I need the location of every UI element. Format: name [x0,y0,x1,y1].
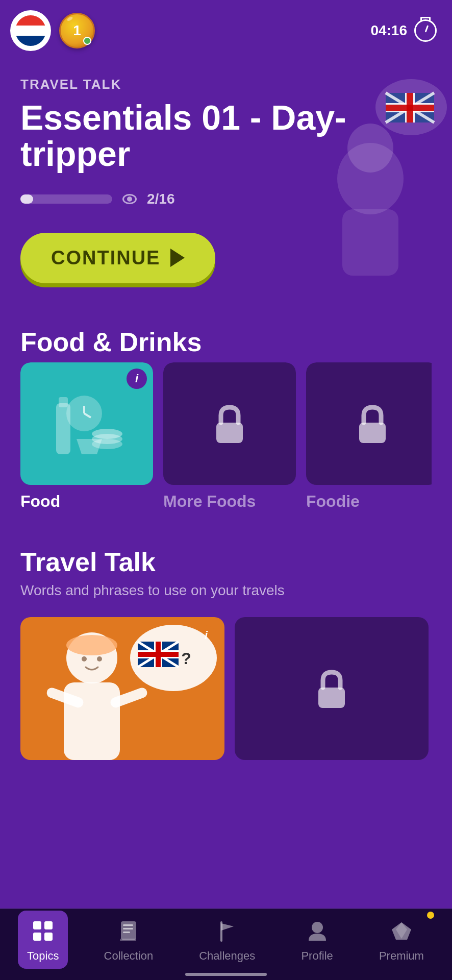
continue-label: CONTINUE [51,247,160,269]
svg-rect-47 [120,939,136,941]
status-bar: 1 04:16 [0,0,452,56]
svg-rect-13 [59,397,68,407]
play-icon [170,249,185,267]
foodie-card[interactable]: Foodie [306,362,432,511]
hero-section: TRAVEL TALK Essentials 01 - Day- tripper… [0,56,452,301]
svg-point-19 [92,429,122,439]
travel-card-essentials[interactable]: i ? [20,617,224,760]
person-icon [303,917,332,945]
grid-icon [29,917,57,945]
food-illustration-svg [41,378,133,470]
food-section-title: Food & Drinks [20,327,432,357]
svg-point-37 [97,656,102,662]
nav-item-premium[interactable]: Premium [369,912,434,968]
status-right: 04:16 [370,19,437,42]
lock-icon-foodie [355,403,390,444]
more-foods-card-label: More Foods [163,492,296,511]
food-card-label: Food [20,492,153,511]
progress-bar [20,194,112,204]
svg-text:?: ? [181,649,191,668]
svg-rect-39 [33,921,41,929]
timer-display: 04:16 [370,22,407,39]
timer-icon[interactable] [414,19,437,42]
continue-button[interactable]: CONTINUE [20,233,215,283]
book-icon [114,917,143,945]
svg-point-36 [82,656,87,662]
nav-item-collection[interactable]: Collection [94,912,164,968]
travel-section: Travel Talk Words and phrases to use on … [0,521,452,770]
svg-rect-29 [138,652,179,657]
svg-rect-41 [33,933,41,941]
progress-eye-icon [122,194,137,204]
diamond-icon [387,917,416,945]
streak-count: 1 [73,22,81,39]
hero-illustration [294,66,452,281]
topics-label: Topics [27,949,59,963]
svg-rect-40 [44,921,53,929]
status-left: 1 [10,10,95,51]
foodie-card-label: Foodie [306,492,432,511]
lock-icon-travel [314,668,349,709]
premium-label: Premium [379,949,424,963]
food-card-image: i [20,362,153,485]
nav-item-topics[interactable]: Topics [18,911,68,969]
foodie-card-image [306,362,432,485]
svg-rect-46 [123,932,130,933]
svg-rect-44 [123,924,133,926]
food-section: Food & Drinks i [0,301,452,521]
bottom-nav: Topics Collection Challenges [0,909,452,980]
lock-icon-more-foods [212,403,247,444]
more-foods-card[interactable]: More Foods [163,362,296,511]
svg-rect-43 [121,921,136,940]
travel-section-subtitle: Words and phrases to use on your travels [20,582,432,599]
food-cards-row: i Food [20,362,432,511]
svg-rect-20 [216,423,243,443]
progress-fill [20,194,33,204]
streak-badge[interactable]: 1 [59,13,95,48]
more-foods-card-image [163,362,296,485]
svg-rect-11 [342,209,398,276]
nav-item-challenges[interactable]: Challenges [189,912,265,968]
svg-rect-8 [386,105,434,111]
svg-rect-45 [123,928,133,929]
svg-rect-38 [318,688,345,708]
flag-icon [213,917,241,945]
travel-section-title: Travel Talk [20,547,432,577]
flag-avatar[interactable] [10,10,51,51]
home-indicator [185,973,267,976]
challenges-label: Challenges [199,949,255,963]
nav-item-profile[interactable]: Profile [291,912,343,968]
svg-point-49 [312,922,323,933]
travel-card-locked[interactable] [235,617,429,760]
ghost-svg [294,66,452,281]
food-card[interactable]: i Food [20,362,153,511]
svg-point-10 [347,124,393,173]
svg-rect-33 [64,682,120,760]
travel-cards-row: i ? [20,617,432,760]
progress-count: 2/16 [147,191,175,207]
profile-label: Profile [301,949,333,963]
food-info-badge[interactable]: i [127,369,147,389]
streak-active-dot [83,37,91,45]
collection-label: Collection [104,949,154,963]
svg-rect-42 [44,933,53,941]
traveler-illustration: ? [20,617,224,760]
dutch-flag [15,15,46,46]
svg-point-32 [66,635,117,655]
svg-rect-21 [359,423,386,443]
